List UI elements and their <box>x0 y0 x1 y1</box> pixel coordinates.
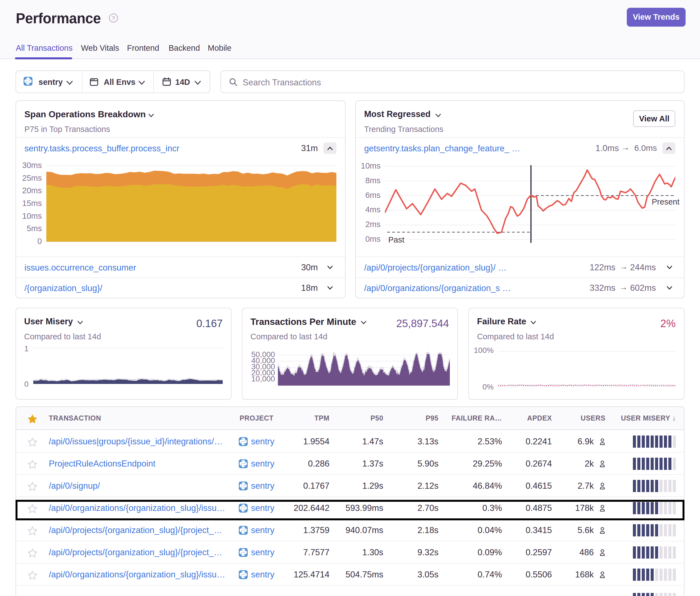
svg-text:?: ? <box>112 15 115 21</box>
